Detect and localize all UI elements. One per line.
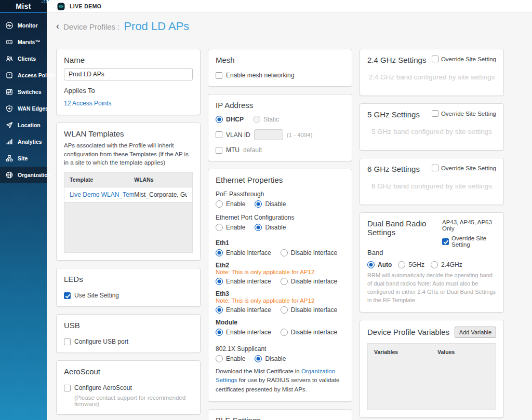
band-auto-radio[interactable] bbox=[367, 261, 375, 268]
sidebar-item-label: Access Points bbox=[18, 72, 55, 78]
sidebar-item-site[interactable]: Site bbox=[0, 150, 47, 167]
supplicant-label: 802.1X Supplicant bbox=[216, 345, 344, 353]
static-radio[interactable] bbox=[253, 116, 260, 123]
wlan-templates-table: Template WLANs Live Demo WLAN_Templat...… bbox=[64, 172, 193, 253]
name-card: Name Applies To 12 Access Points bbox=[56, 49, 201, 115]
port-config-disable-radio[interactable] bbox=[255, 224, 262, 231]
supplicant-enable-radio[interactable] bbox=[216, 355, 223, 362]
column-middle: Mesh Enable mesh networking IP Address D… bbox=[208, 49, 352, 420]
dual-band-models-label: AP43, AP45, AP63 Only bbox=[442, 219, 496, 232]
usb-card: USB Configure USB port bbox=[56, 314, 201, 353]
configure-usb-checkbox[interactable] bbox=[64, 338, 71, 345]
breadcrumb: ‹ Device Profiles : Prod LD APs bbox=[56, 20, 532, 33]
sidebar-item-switches[interactable]: Switches bbox=[0, 84, 47, 100]
configure-usb-label: Configure USB port bbox=[74, 338, 128, 345]
sidebar-item-wan-edges[interactable]: WAN Edges bbox=[0, 100, 47, 117]
sidebar-item-label: Switches bbox=[18, 89, 42, 95]
sidebar-item-organization[interactable]: Organization bbox=[0, 167, 47, 183]
ethernet-card-title: Ethernet Properties bbox=[216, 175, 344, 184]
band-5ghz-card: 5 GHz Settings Override Site Setting 5 G… bbox=[360, 103, 504, 151]
band-5ghz-title: 5 GHz Settings bbox=[367, 110, 420, 119]
eth2-label: Eth2 bbox=[216, 262, 344, 269]
live-demo-org-icon[interactable] bbox=[57, 3, 65, 10]
sidebar-item-access-points[interactable]: Access Points bbox=[0, 67, 47, 84]
module-disable-radio[interactable] bbox=[281, 329, 288, 336]
poe-disable-radio[interactable] bbox=[255, 200, 262, 208]
vlan-id-checkbox[interactable] bbox=[216, 131, 222, 138]
certificate-help-text: Download the Mist Certificate in Organiz… bbox=[216, 367, 344, 394]
vlan-id-input[interactable] bbox=[254, 129, 283, 140]
name-card-title: Name bbox=[64, 56, 193, 64]
wlan-table-empty-area bbox=[64, 202, 192, 252]
wlan-template-link[interactable]: Live Demo WLAN_Templat... bbox=[70, 191, 134, 198]
breadcrumb-section[interactable]: Device Profiles : bbox=[63, 22, 119, 31]
eth2-disable-radio[interactable] bbox=[281, 278, 288, 285]
band-6ghz-message: 6 GHz band configured by site settings bbox=[367, 173, 496, 197]
band-24ghz-radio[interactable] bbox=[431, 261, 438, 268]
sidebar-item-location[interactable]: Location bbox=[0, 117, 47, 133]
eth2-enable-radio[interactable] bbox=[216, 278, 223, 285]
sidebar-item-label: Site bbox=[18, 155, 28, 161]
eth3-enable-radio[interactable] bbox=[216, 306, 223, 314]
org-name-label[interactable]: LIVE DEMO bbox=[70, 3, 101, 9]
col-header-template: Template bbox=[70, 177, 134, 183]
band-5ghz-radio[interactable] bbox=[398, 261, 405, 268]
override-6ghz-checkbox[interactable] bbox=[432, 165, 438, 171]
poe-disable-label: Disable bbox=[265, 200, 286, 208]
override-dual-band-checkbox[interactable] bbox=[442, 238, 449, 245]
band-auto-label: Auto bbox=[378, 261, 392, 268]
variables-table: Variables Values bbox=[367, 343, 496, 410]
sidebar-item-monitor[interactable]: Monitor bbox=[0, 17, 47, 34]
dual-band-note: RRM will automatically decide the operat… bbox=[367, 272, 496, 305]
leds-card: LEDs Use Site Setting bbox=[56, 268, 201, 307]
leds-card-title: LEDs bbox=[64, 275, 193, 283]
module-label: Module bbox=[216, 319, 344, 326]
poe-enable-radio[interactable] bbox=[216, 200, 223, 208]
eth3-disable-radio[interactable] bbox=[281, 306, 288, 314]
vlan-id-label: VLAN ID bbox=[226, 131, 250, 139]
topbar: LIVE DEMO bbox=[47, 0, 532, 13]
mist-logo-text: Mist bbox=[16, 2, 31, 10]
add-variable-button[interactable]: Add Variable bbox=[455, 327, 496, 338]
override-24ghz-checkbox[interactable] bbox=[432, 56, 438, 62]
band-6ghz-title: 6 GHz Settings bbox=[367, 165, 420, 173]
sidebar-item-analytics[interactable]: Analytics bbox=[0, 133, 47, 150]
port-config-enable-radio[interactable] bbox=[216, 224, 223, 231]
supplicant-enable-label: Enable bbox=[226, 355, 245, 362]
module-enable-label: Enable interface bbox=[226, 329, 271, 336]
sidebar-nav: Monitor Marvis™ Clients Access Points bbox=[0, 13, 47, 183]
poe-enable-label: Enable bbox=[226, 200, 245, 208]
wlan-table-row[interactable]: Live Demo WLAN_Templat... Mist_Corporate… bbox=[64, 187, 192, 202]
mist-logo-dots-icon bbox=[42, 0, 49, 3]
port-config-enable-label: Enable bbox=[226, 224, 245, 231]
ethernet-properties-card: Ethernet Properties PoE Passthrough Enab… bbox=[208, 169, 352, 402]
back-chevron-icon[interactable]: ‹ bbox=[56, 21, 59, 31]
eth1-enable-label: Enable interface bbox=[226, 249, 271, 256]
dhcp-radio[interactable] bbox=[216, 116, 223, 123]
supplicant-disable-radio[interactable] bbox=[255, 355, 262, 362]
band-24ghz-message: 2.4 GHz band configured by site settings bbox=[367, 64, 496, 88]
module-enable-radio[interactable] bbox=[216, 329, 223, 336]
sidebar-item-marvis[interactable]: Marvis™ bbox=[0, 34, 47, 50]
col-header-variables: Variables bbox=[374, 349, 437, 355]
mist-logo[interactable]: Mist bbox=[0, 0, 47, 13]
override-5ghz-checkbox[interactable] bbox=[432, 110, 438, 117]
sidebar-item-clients[interactable]: Clients bbox=[0, 50, 47, 67]
eth2-disable-label: Disable interface bbox=[291, 278, 337, 285]
mtu-label: MTU bbox=[226, 146, 240, 154]
applies-to-link[interactable]: 12 Access Points bbox=[64, 100, 111, 107]
enable-mesh-checkbox[interactable] bbox=[216, 72, 222, 79]
ip-card-title: IP Address bbox=[216, 101, 344, 110]
configure-aeroscout-checkbox[interactable] bbox=[64, 385, 71, 391]
enable-mesh-label: Enable mesh networking bbox=[226, 72, 294, 79]
mtu-checkbox[interactable] bbox=[216, 147, 222, 154]
eth3-label: Eth3 bbox=[216, 290, 344, 297]
band-6ghz-card: 6 GHz Settings Override Site Setting 6 G… bbox=[360, 158, 504, 205]
use-site-setting-checkbox[interactable] bbox=[64, 292, 71, 299]
analytics-icon bbox=[5, 138, 14, 146]
eth1-enable-radio[interactable] bbox=[216, 249, 223, 256]
sidebar-item-label: WAN Edges bbox=[18, 105, 48, 112]
profile-name-input[interactable] bbox=[64, 68, 193, 80]
band-24ghz-title: 2.4 GHz Settings bbox=[367, 56, 426, 64]
eth1-disable-radio[interactable] bbox=[281, 249, 288, 256]
